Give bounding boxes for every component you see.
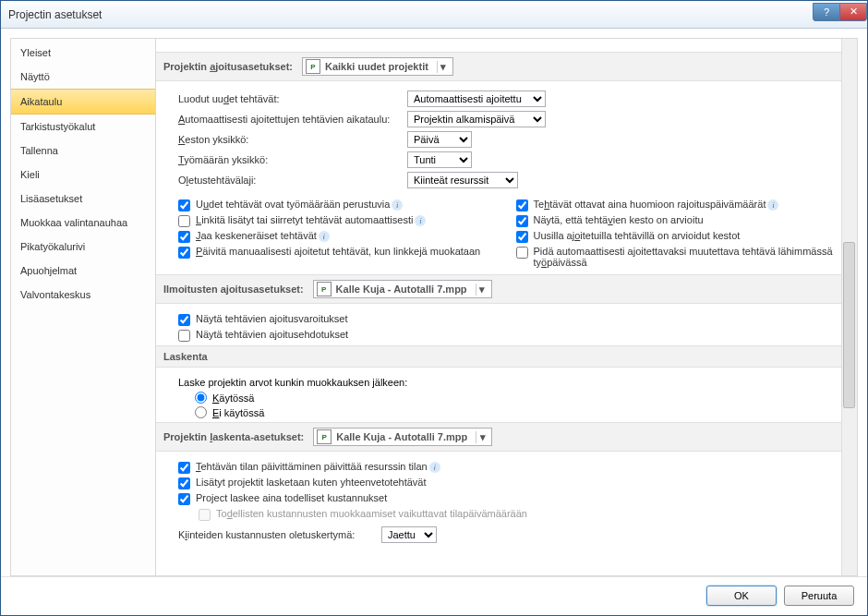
label-laske-arvot: Laske projektin arvot kunkin muokkauksen… [178,377,844,388]
info-icon[interactable]: i [392,199,403,211]
select-oletustehtavalaji[interactable]: Kiinteät resurssit [407,172,518,188]
section-title: Projektin laskenta-asetukset: [163,431,304,442]
scrollbar-thumb[interactable] [843,242,855,408]
radio-kaytossa[interactable] [195,392,207,404]
info-icon[interactable]: i [429,462,440,473]
section-title: Ilmoitusten ajoitusasetukset: [163,284,304,295]
help-button[interactable]: ? [813,3,840,21]
section-ajoitusasetukset: Projektin ajoitusasetukset: P Kaikki uud… [156,52,857,81]
project-icon: P [306,59,320,74]
select-kiinteiden-kertyma[interactable]: Jaettu [381,526,437,543]
chevron-down-icon: ▾ [476,431,488,443]
sidebar-item-aikataulu[interactable]: Aikataulu [11,89,155,115]
chevron-down-icon: ▾ [437,61,450,73]
select-keston-yksikko[interactable]: Päivä [407,131,472,148]
project-scope-select[interactable]: P Kaikki uudet projektit ▾ [302,57,453,76]
chk-linkita-lisatyt[interactable] [178,215,190,227]
window-title: Projectin asetukset [8,8,814,21]
chk-tyomaaraan-perustuvia[interactable] [178,199,190,211]
window-buttons: ? ✕ [814,3,867,21]
chk-todelliset-kustannukset[interactable] [178,493,190,505]
titlebar: Projectin asetukset ? ✕ [1,1,867,29]
info-icon[interactable]: i [415,215,426,226]
section-ilmoitusten: Ilmoitusten ajoitusasetukset: P Kalle Ku… [156,274,857,304]
section-title: Projektin ajoitusasetukset: [163,61,293,72]
main-panel: Projektin ajoitusasetukset: P Kaikki uud… [156,38,858,576]
sidebar-item-naytto[interactable]: Näyttö [11,65,155,89]
info-icon[interactable]: i [767,199,778,211]
section-laskenta: Laskenta [156,345,857,368]
section-title: Laskenta [163,351,208,362]
chk-ajoitusvaroitukset[interactable] [178,314,190,326]
radio-ei-kaytossa[interactable] [195,406,207,418]
sidebar-item-apuohjelmat[interactable]: Apuohjelmat [11,259,155,283]
sidebar-item-valvontakeskus[interactable]: Valvontakeskus [11,283,155,307]
section-laskenta-asetukset: Projektin laskenta-asetukset: P Kalle Ku… [156,422,857,452]
sidebar-item-pikatyokalurivi[interactable]: Pikatyökalurivi [11,235,155,259]
dialog-window: Projectin asetukset ? ✕ Yleiset Näyttö A… [0,0,868,616]
label-oletustehtavalaji: Oletustehtävälaji: [178,175,407,186]
sidebar-item-yleiset[interactable]: Yleiset [11,41,155,65]
ok-button[interactable]: OK [706,586,777,606]
chk-paivita-manuaalisesti[interactable] [178,247,190,259]
sidebar-item-tallenna[interactable]: Tallenna [11,139,155,163]
select-tyomaaran-yksikko[interactable]: Tunti [407,151,472,168]
sidebar-item-kieli[interactable]: Kieli [11,163,155,187]
sidebar-item-valintanauha[interactable]: Muokkaa valintanauhaa [11,211,155,235]
close-button[interactable]: ✕ [839,3,867,21]
checkbox-columns: Uudet tehtävät ovat työmäärään perustuvi… [169,196,844,271]
label-uudet-tehtavat: Luodut uudet tehtävät: [178,93,407,104]
select-auto-aikataulu[interactable]: Projektin alkamispäivä [407,111,546,127]
chk-todellisten-muokkaamiset [199,509,211,521]
chk-jaa-keskeneraiset[interactable] [178,231,190,243]
chk-lahimmassa-tyopaivassa[interactable] [516,247,528,259]
dialog-footer: OK Peruuta [1,576,867,615]
chk-paivittaa-resurssin[interactable] [178,462,190,474]
sidebar-item-lisaasetukset[interactable]: Lisäasetukset [11,187,155,211]
chk-kesto-arvioitu[interactable] [516,215,528,227]
calc-scope-select[interactable]: P Kalle Kuja - Autotalli 7.mpp ▾ [313,428,492,446]
label-auto-aikataulu: Automaattisesti ajoitettujen tehtävien a… [178,114,407,125]
info-icon[interactable]: i [319,231,330,242]
chk-arvioidut-kestot[interactable] [516,231,528,243]
sidebar: Yleiset Näyttö Aikataulu Tarkistustyökal… [10,38,156,576]
label-tyomaaran-yksikko: Työmäärän yksikkö: [178,154,407,165]
chevron-down-icon: ▾ [476,284,488,296]
cancel-button[interactable]: Peruuta [784,586,854,606]
notif-scope-select[interactable]: P Kalle Kuja - Autotalli 7.mpp ▾ [313,280,492,298]
select-uudet-tehtavat[interactable]: Automaattisesti ajoitettu [407,91,546,107]
dialog-body: Yleiset Näyttö Aikataulu Tarkistustyökal… [1,29,867,576]
sidebar-item-tarkistus[interactable]: Tarkistustyökalut [11,115,155,139]
chk-lisatyt-projektit[interactable] [178,477,190,489]
label-kiinteiden-kertyma: Kiinteiden kustannusten oletuskertymä: [178,529,381,540]
project-icon: P [317,429,332,444]
chk-rajoituspaivamaarat[interactable] [516,199,528,211]
scrollbar[interactable] [841,39,857,575]
label-keston-yksikko: Keston yksikkö: [178,134,407,145]
chk-ajoitusehdotukset[interactable] [178,330,190,342]
project-icon: P [317,282,332,296]
